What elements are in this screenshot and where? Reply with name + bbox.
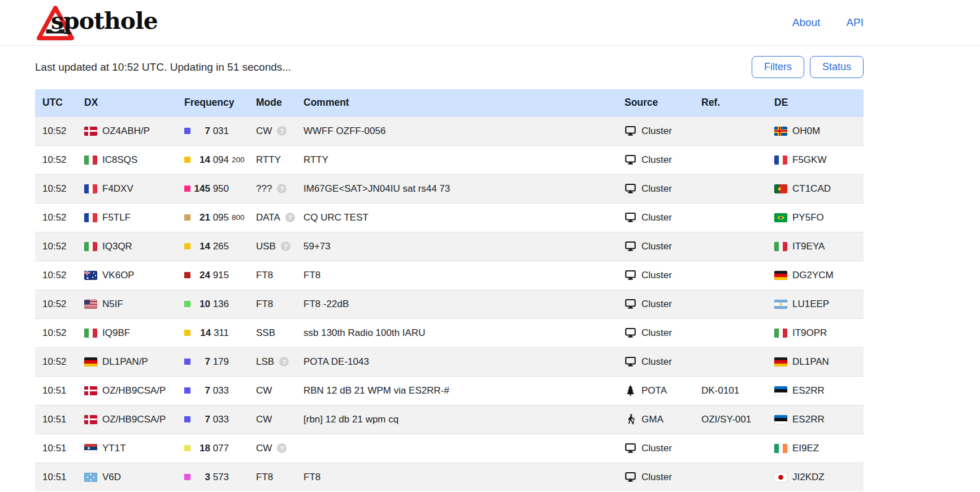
spot-time: 10:51 [42,385,67,396]
mode-label: LSB [256,356,274,367]
spot-row[interactable]: 10:51 YT1T 18 077 CW? Cluster EI9EZ [35,434,864,463]
mode-label: CW [256,126,272,136]
spot-row[interactable]: 10:51 OZ/HB9CSA/P 7 033 CW RBN 12 dB 21 … [35,376,864,405]
us-flag-icon [84,300,97,309]
spot-row[interactable]: 10:52 IQ3QR 14 265 USB? 59+73 Cluster IT… [35,232,864,261]
mode-help-icon[interactable]: ? [285,213,295,222]
spot-comment: FT8 [303,270,320,280]
spot-row[interactable]: 10:52 VK6OP 24 915 FT8 FT8 Cluster DG2YC… [35,261,864,290]
spot-time: 10:52 [42,241,67,252]
it-flag-icon [84,329,97,338]
monitor-icon [625,240,636,252]
mode-label: DATA [256,212,280,223]
toolbar-buttons: Filters Status [752,56,864,78]
brand-logo[interactable]: spothole [35,3,205,42]
spots-table: UTC DX Frequency Mode Comment Source Ref… [35,89,864,491]
de-callsign: IT9EYA [792,241,825,252]
dx-callsign: DL1PAN/P [102,356,148,368]
spot-rows: 10:52 OZ4ABH/P 7 031 CW? WWFF OZFF-0056 … [35,116,864,491]
spot-row[interactable]: 10:51 OZ/HB9CSA/P 7 033 CW [rbn] 12 db 2… [35,405,864,434]
spot-time: 10:52 [42,356,67,367]
main-content: Last updated at 10:52 UTC. Updating in 5… [0,56,980,491]
dx-callsign: IQ3QR [102,241,132,252]
spot-row[interactable]: 10:52 DL1PAN/P 7 179 LSB? POTA DE-1043 C… [35,347,864,376]
nav-link-api[interactable]: API [846,16,864,29]
frequency-value: 10 136 [190,299,229,310]
spot-comment: RBN 12 dB 21 WPM via ES2RR-# [303,385,449,396]
status-button[interactable]: Status [810,56,864,78]
source-label: Cluster [641,299,672,310]
source-label: Cluster [641,154,672,166]
ax-flag-icon [774,127,787,136]
source-label: Cluster [641,443,672,454]
nav-link-about[interactable]: About [792,16,821,29]
spot-comment: CQ URC TEST [303,212,368,223]
spot-row[interactable]: 10:52 IC8SQS 14 094 200 RTTY RTTY Cluste… [35,145,864,174]
dx-callsign: OZ/HB9CSA/P [102,414,166,425]
reference-code: OZI/SY-001 [701,414,751,425]
fr-flag-icon [84,213,97,222]
band-color-square [184,330,190,336]
mode-label: FT8 [256,299,273,309]
spot-row[interactable]: 10:52 OZ4ABH/P 7 031 CW? WWFF OZFF-0056 … [35,116,864,145]
col-header-utc: UTC [35,89,79,116]
monitor-icon [625,269,636,281]
dx-callsign: IQ9BF [102,327,130,339]
de-callsign: JI2KDZ [792,472,825,483]
de-flag-icon [774,271,787,280]
spot-comment: FT8 [303,472,320,482]
monitor-icon [625,442,636,454]
status-bar: Last updated at 10:52 UTC. Updating in 5… [35,56,864,78]
spot-row[interactable]: 10:51 V6D 3 573 FT8 FT8 Cluster JI2KDZ [35,463,864,491]
pt-flag-icon [774,184,787,193]
col-header-dx: DX [79,89,179,116]
table-header-row: UTC DX Frequency Mode Comment Source Ref… [35,89,864,116]
ie-flag-icon [774,444,787,453]
col-header-de: DE [769,89,864,116]
it-flag-icon [84,242,97,251]
band-color-square [184,157,190,163]
mode-help-icon[interactable]: ? [279,357,289,366]
dk-flag-icon [84,415,97,424]
dx-callsign: V6D [102,472,121,483]
frequency-value: 18 077 [190,443,229,454]
filters-button[interactable]: Filters [752,56,804,78]
band-color-square [184,128,190,134]
monitor-icon [625,212,636,223]
de-callsign: DL1PAN [792,356,829,368]
last-updated-text: Last updated at 10:52 UTC. Updating in 5… [35,61,291,74]
mode-help-icon[interactable]: ? [277,126,287,136]
col-header-mode: Mode [250,89,298,116]
top-nav: About API [792,16,864,29]
frequency-value: 14 265 [190,241,229,252]
source-label: Cluster [641,212,672,223]
monitor-icon [625,154,636,166]
spot-comment: [rbn] 12 db 21 wpm cq [303,414,398,425]
band-color-square [184,359,190,365]
mode-help-icon[interactable]: ? [277,443,287,453]
de-flag-icon [84,357,97,366]
de-callsign: ES2RR [792,414,825,425]
de-flag-icon [774,357,787,366]
spot-row[interactable]: 10:52 IQ9BF 14 311 SSB ssb 130th Radio 1… [35,318,864,347]
reference-code: DK-0101 [701,385,739,396]
ee-flag-icon [774,386,787,395]
spot-time: 10:52 [42,212,67,223]
spot-time: 10:52 [42,126,67,136]
monitor-icon [625,298,636,310]
mode-help-icon[interactable]: ? [281,241,290,251]
dx-callsign: N5IF [102,299,123,310]
monitor-icon [625,125,636,137]
source-label: GMA [641,414,664,425]
spot-row[interactable]: 10:52 F4DXV 145 950 ???? IM67GE<SAT>JN04… [35,174,864,203]
frequency-hz: 800 [232,213,249,222]
band-color-square [184,243,190,249]
frequency-value: 14 094 [190,154,229,166]
spot-row[interactable]: 10:52 N5IF 10 136 FT8 FT8 -22dB Cluster … [35,290,864,318]
au-flag-icon [84,271,97,280]
dk-flag-icon [84,127,97,136]
mode-label: USB [256,241,276,252]
mode-help-icon[interactable]: ? [277,184,287,193]
spot-row[interactable]: 10:52 F5TLF 21 095 800 DATA? CQ URC TEST… [35,203,864,232]
frequency-value: 14 311 [190,327,229,339]
